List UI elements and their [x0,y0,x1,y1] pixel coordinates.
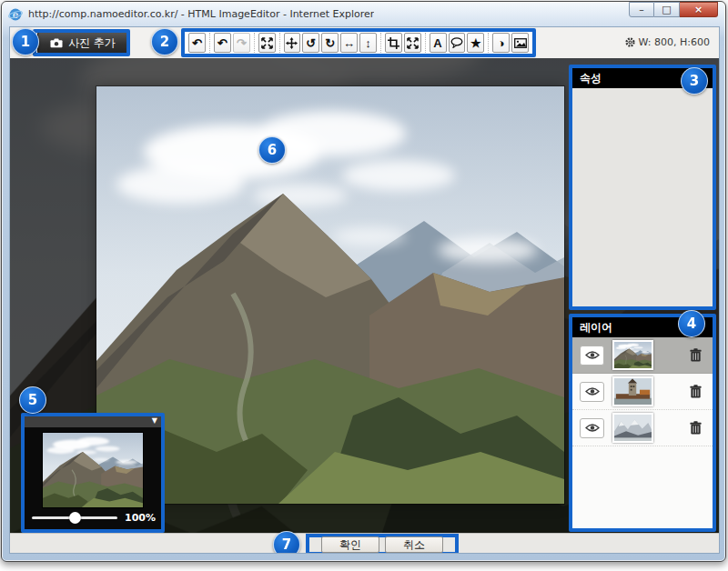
crop-icon[interactable] [385,33,402,53]
layer-row-snowy-lake[interactable] [572,410,713,446]
eye-icon [585,350,600,360]
speech-bubble-icon[interactable] [449,33,466,53]
properties-panel: 속성 [569,65,716,310]
redo-icon[interactable]: ↷ [233,33,250,53]
resize-icon[interactable] [404,33,421,53]
layer-thumbnail-snowy-lake[interactable] [612,413,653,443]
footer-bar: 확인 취소 [10,533,719,554]
window-title: http://comp.namoeditor.co.kr/ - HTML Ima… [28,8,374,20]
rotate-right-icon[interactable]: ↻ [321,33,339,53]
toolbar-separator [279,33,280,53]
eye-icon [585,423,600,433]
zoom-slider-row: 100% [32,510,156,525]
editor-content: 사진 추가 ↶ ↶ ↷ ↺ ↻ ↔ ↕ [9,26,720,554]
collapse-triangle-icon[interactable]: ▼ [152,416,157,426]
layer-visibility-toggle[interactable] [580,418,604,438]
editor-header: 사진 추가 ↶ ↶ ↷ ↺ ↻ ↔ ↕ [10,27,719,58]
canvas-size-info: W: 800, H:600 [625,36,710,48]
layer-visibility-toggle[interactable] [580,382,604,402]
annotation-circle-5: 5 [19,386,46,414]
rotate-left-icon[interactable]: ↺ [302,33,319,53]
annotation-circle-7: 7 [273,531,300,554]
layer-visibility-toggle[interactable] [580,346,604,366]
layer-row-tower[interactable] [572,374,713,410]
zoom-slider-track[interactable] [32,516,117,519]
add-photo-button[interactable]: 사진 추가 [37,32,128,54]
contrast-icon[interactable]: ◑ [492,33,510,53]
flip-horizontal-icon[interactable]: ↔ [340,33,358,53]
browser-window: e http://comp.namoeditor.co.kr/ - HTML I… [1,1,726,562]
properties-panel-title: 속성 [580,71,602,86]
size-info-text: W: 800, H:600 [639,36,710,48]
undo-icon[interactable]: ↶ [214,33,231,53]
cancel-button[interactable]: 취소 [385,536,443,553]
move-icon[interactable] [284,33,301,53]
trash-icon [690,348,702,362]
layers-panel-title: 레이어 [580,320,612,336]
close-button[interactable]: × [680,2,718,17]
toolbar-separator [425,33,426,53]
delete-layer-button[interactable] [690,385,702,398]
zoom-slider-handle[interactable] [69,512,81,524]
annotation-circle-3: 3 [681,67,708,95]
layer-row-mountain[interactable] [572,337,713,374]
toolbar-separator [209,33,210,53]
image-icon[interactable] [511,33,529,53]
text-icon[interactable]: A [430,33,447,53]
zoom-percent-label: 100% [125,512,156,524]
minimize-button[interactable]: – [629,2,654,17]
svg-text:e: e [13,8,19,20]
delete-layer-button[interactable] [690,348,702,362]
reset-icon[interactable]: ↶ [188,33,206,53]
annotation-circle-4: 4 [678,310,705,337]
trash-icon [690,421,702,435]
preview-thumbnail [43,433,143,507]
toolbar-separator [488,33,489,53]
gear-icon[interactable] [625,37,635,47]
window-controls: – □ × [629,2,718,17]
preview-header: ▼ [25,416,161,427]
annotation-circle-1: 1 [12,28,39,55]
maximize-button[interactable]: □ [654,2,680,17]
eye-icon [585,386,600,396]
confirm-button-group: 확인 취소 [306,534,459,554]
toolbar-separator [380,33,381,53]
zoom-preview-panel: ▼ 100% [21,413,165,533]
trash-icon [690,385,702,398]
layer-thumbnail-mountain[interactable] [612,340,653,370]
fit-screen-icon[interactable] [258,33,276,53]
star-icon[interactable]: ★ [467,33,484,53]
ok-button[interactable]: 확인 [321,536,379,553]
delete-layer-button[interactable] [690,421,702,435]
annotation-circle-2: 2 [151,28,178,55]
title-bar[interactable]: e http://comp.namoeditor.co.kr/ - HTML I… [2,2,725,26]
annotation-circle-6: 6 [258,136,286,164]
internet-explorer-icon: e [8,7,23,22]
flip-vertical-icon[interactable]: ↕ [359,33,377,53]
layer-thumbnail-tower[interactable] [612,376,653,406]
toolbar-separator [254,33,255,53]
layers-panel: 레이어 [569,314,716,532]
add-photo-label: 사진 추가 [68,35,115,51]
mountain-photo[interactable] [96,86,564,504]
camera-icon [50,38,63,48]
editor-toolbar: ↶ ↶ ↷ ↺ ↻ ↔ ↕ [185,31,532,55]
